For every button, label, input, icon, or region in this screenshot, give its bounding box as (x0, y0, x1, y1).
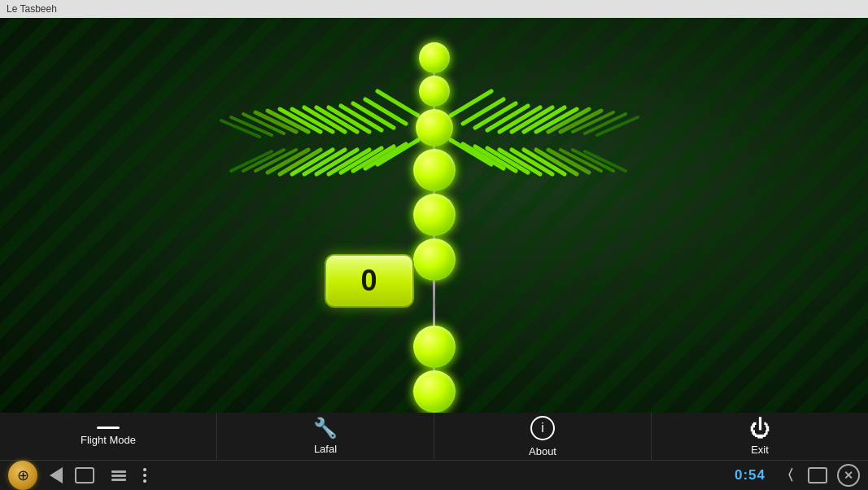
string-middle (433, 281, 435, 326)
bead-top-2 (419, 76, 450, 107)
close-button[interactable]: ✕ (837, 464, 860, 487)
nav-label-flight-mode: Flight Mode (81, 434, 136, 446)
canvas-area[interactable]: 0 (0, 18, 868, 413)
app-area: 0 Flight Mode 🔧 Lafal i About (0, 18, 868, 490)
system-bar: ⊕ 0:54 〈 (0, 461, 868, 490)
flight-mode-icon (97, 427, 120, 429)
bead-bottom-2 (413, 370, 456, 413)
nav-label-exit: Exit (751, 444, 769, 456)
counter-value: 0 (360, 264, 377, 297)
home-button[interactable] (75, 467, 94, 483)
nav-label-lafal: Lafal (314, 443, 337, 455)
about-icon: i (530, 416, 555, 440)
exit-icon: ⏻ (749, 418, 770, 439)
lafal-icon: 🔧 (313, 418, 338, 438)
nav-item-lafal[interactable]: 🔧 Lafal (217, 413, 434, 460)
back-button[interactable] (50, 467, 63, 483)
bead-top-3 (416, 109, 453, 147)
nav-items: Flight Mode 🔧 Lafal i About ⏻ Exit (0, 413, 868, 461)
app-logo: ⊕ (8, 461, 37, 490)
bead-top-6 (413, 238, 456, 281)
nav-item-exit[interactable]: ⏻ Exit (652, 413, 868, 460)
app-title: Le Tasbeeh (7, 3, 57, 15)
nav-item-about[interactable]: i About (434, 413, 652, 460)
title-bar: Le Tasbeeh (0, 0, 868, 18)
nav-item-flight-mode[interactable]: Flight Mode (0, 413, 217, 460)
clock: 0:54 (735, 467, 765, 483)
bottom-nav: Flight Mode 🔧 Lafal i About ⏻ Exit ⊕ (0, 413, 868, 490)
bead-bottom-1 (413, 326, 456, 368)
bead-top-1 (419, 42, 450, 73)
recents-button[interactable] (107, 463, 131, 488)
counter-display[interactable]: 0 (325, 254, 414, 308)
sys-right: 0:54 〈 ✕ (735, 464, 860, 487)
sys-left: ⊕ (8, 461, 146, 490)
share-button[interactable]: 〈 (775, 464, 798, 487)
bead-string (410, 42, 459, 413)
bead-top-4 (413, 149, 456, 191)
bead-top-5 (413, 194, 456, 236)
nav-label-about: About (529, 445, 556, 457)
menu-dots[interactable] (143, 468, 146, 483)
screen-button[interactable] (808, 467, 827, 483)
